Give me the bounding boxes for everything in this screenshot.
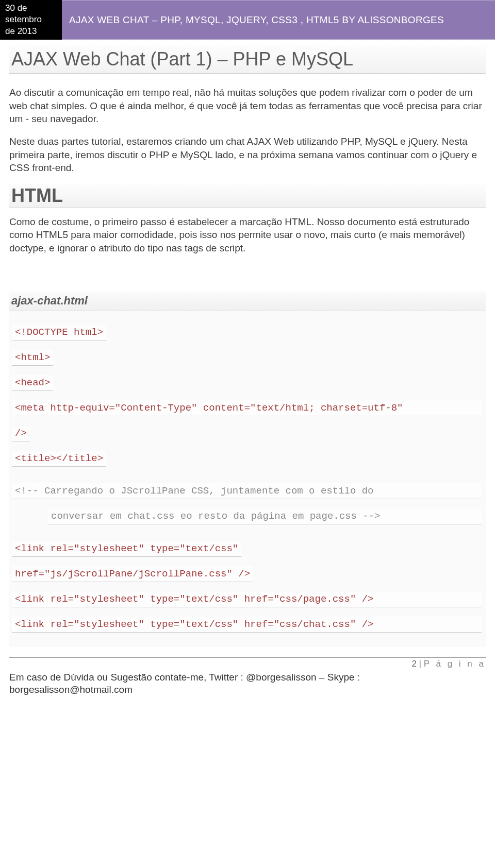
section-heading-html: HTML	[9, 184, 486, 208]
date-block: 30 de setembro de 2013	[0, 0, 62, 40]
content-area: AJAX Web Chat (Part 1) – PHP e MySQL Ao …	[0, 40, 495, 647]
document-title-bar: AJAX WEB CHAT – PHP, MYSQL, JQUERY, CSS3…	[62, 0, 495, 40]
code-line: <head>	[12, 375, 53, 391]
page-num-value: 2 |	[411, 659, 423, 669]
intro-paragraph-2: Neste duas partes tutorial, estaremos cr…	[9, 135, 486, 175]
intro-paragraph-1: Ao discutir a comunicação em tempo real,…	[9, 86, 486, 126]
code-line: />	[12, 426, 30, 441]
code-line: <html>	[12, 350, 53, 366]
code-comment-line: conversar em chat.css eo resto da página…	[48, 508, 482, 524]
code-line: <!DOCTYPE html>	[12, 325, 106, 341]
code-line: <title></title>	[12, 451, 106, 467]
code-line: <meta http-equiv="Content-Type" content=…	[12, 400, 482, 416]
code-filename: ajax-chat.html	[9, 291, 486, 311]
page-number: 2 | P á g i n a	[9, 657, 486, 669]
code-line: <link rel="stylesheet" type="text/css"	[12, 541, 241, 557]
page-title: AJAX Web Chat (Part 1) – PHP e MySQL	[9, 45, 486, 74]
page-word: P á g i n a	[424, 659, 486, 669]
code-line: href="js/jScrollPane/jScrollPane.css" />	[12, 566, 253, 582]
contact-info: Em caso de Dúvida ou Sugestão contate-me…	[9, 671, 486, 696]
code-line: <link rel="stylesheet" type="text/css" h…	[12, 591, 482, 607]
page-footer: 2 | P á g i n a Em caso de Dúvida ou Sug…	[0, 647, 495, 702]
document-header: 30 de setembro de 2013 AJAX WEB CHAT – P…	[0, 0, 495, 40]
code-block: ajax-chat.html <!DOCTYPE html> <html> <h…	[9, 291, 486, 647]
contact-line-1: Em caso de Dúvida ou Sugestão contate-me…	[9, 671, 486, 684]
code-comment-line: <!-- Carregando o JScrollPane CSS, junta…	[12, 483, 482, 499]
html-paragraph: Como de costume, o primeiro passo é esta…	[9, 215, 486, 255]
contact-line-2: borgesalisson@hotmail.com	[9, 684, 486, 696]
document-title-text: AJAX WEB CHAT – PHP, MYSQL, JQUERY, CSS3…	[69, 14, 444, 26]
date-line-2: setembro	[5, 14, 57, 25]
code-line: <link rel="stylesheet" type="text/css" h…	[12, 617, 482, 633]
date-line-1: 30 de	[5, 3, 57, 14]
date-line-3: de 2013	[5, 26, 57, 37]
